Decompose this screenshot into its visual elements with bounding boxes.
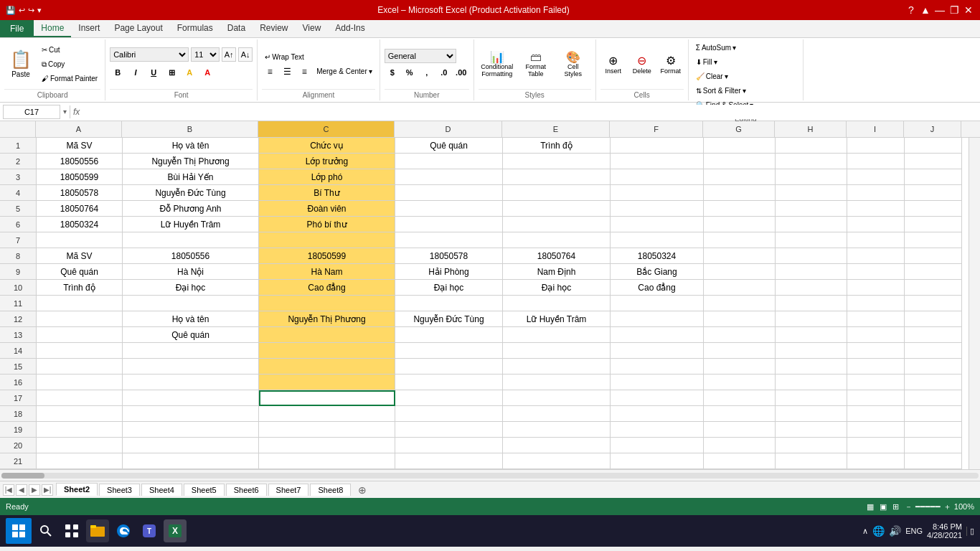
cell-h20[interactable] xyxy=(776,438,847,453)
cell-f5[interactable] xyxy=(611,201,704,217)
sheet-nav-prev[interactable]: ◀ xyxy=(16,484,27,496)
cell-d10[interactable]: Đại học xyxy=(395,280,503,296)
cell-h5[interactable] xyxy=(776,201,847,217)
sheet-tab-sheet5[interactable]: Sheet5 xyxy=(184,484,225,496)
sheet-nav-first[interactable]: |◀ xyxy=(3,484,14,496)
tab-insert[interactable]: Insert xyxy=(71,20,107,37)
bold-button[interactable]: B xyxy=(110,65,126,80)
cell-b18[interactable] xyxy=(123,406,259,422)
cell-e11[interactable] xyxy=(503,296,611,311)
cell-e17[interactable] xyxy=(503,390,611,406)
row-header-5[interactable]: 5 xyxy=(0,201,36,217)
cell-g7[interactable] xyxy=(704,232,776,248)
cell-a2[interactable]: 18050556 xyxy=(37,154,123,169)
cell-f17[interactable] xyxy=(611,390,704,406)
cell-e19[interactable] xyxy=(503,422,611,438)
minimize-icon[interactable]: — xyxy=(934,4,946,16)
col-header-b[interactable]: B xyxy=(122,121,258,137)
sort-filter-button[interactable]: ⇅ Sort & Filter ▾ xyxy=(693,84,798,97)
cell-i6[interactable] xyxy=(847,217,905,232)
cell-b9[interactable]: Hà Nội xyxy=(123,264,259,280)
font-size-select[interactable]: 11 xyxy=(191,47,220,62)
formula-input[interactable] xyxy=(83,105,977,119)
cell-d5[interactable] xyxy=(395,201,503,217)
cell-j2[interactable] xyxy=(905,154,962,169)
cell-c17[interactable] xyxy=(259,390,395,406)
cell-h18[interactable] xyxy=(776,406,847,422)
cell-i4[interactable] xyxy=(847,185,905,201)
currency-button[interactable]: $ xyxy=(385,65,400,80)
undo-icon[interactable]: ↩ xyxy=(19,6,25,15)
cell-h13[interactable] xyxy=(776,327,847,343)
row-header-21[interactable]: 21 xyxy=(0,453,36,469)
fill-button[interactable]: ⬇ Fill ▾ xyxy=(693,55,798,68)
cell-g13[interactable] xyxy=(704,327,776,343)
col-header-i[interactable]: I xyxy=(847,121,904,137)
cell-a10[interactable]: Trình độ xyxy=(37,280,123,296)
tab-formulas[interactable]: Formulas xyxy=(170,20,220,37)
increase-font-button[interactable]: A↑ xyxy=(222,47,236,62)
cell-b21[interactable] xyxy=(123,453,259,469)
network-icon[interactable]: 🌐 xyxy=(872,525,885,537)
cell-h4[interactable] xyxy=(776,185,847,201)
cell-c12[interactable]: Nguyễn Thị Phương xyxy=(259,311,395,327)
restore-icon[interactable]: ❐ xyxy=(948,4,960,16)
cell-c6[interactable]: Phó bí thư xyxy=(259,217,395,232)
tab-home[interactable]: Home xyxy=(34,20,71,37)
file-explorer-taskbar-button[interactable] xyxy=(86,519,109,542)
cell-g14[interactable] xyxy=(704,343,776,359)
cell-f16[interactable] xyxy=(611,375,704,390)
cell-b1[interactable]: Họ và tên xyxy=(123,138,259,154)
volume-icon[interactable]: 🔊 xyxy=(889,525,901,537)
cell-b10[interactable]: Đại học xyxy=(123,280,259,296)
cell-e9[interactable]: Nam Định xyxy=(503,264,611,280)
cell-i18[interactable] xyxy=(847,406,905,422)
col-header-c[interactable]: C xyxy=(258,121,395,137)
cell-g16[interactable] xyxy=(704,375,776,390)
cell-j7[interactable] xyxy=(905,232,962,248)
cell-j16[interactable] xyxy=(905,375,962,390)
row-header-15[interactable]: 15 xyxy=(0,359,36,375)
cell-j9[interactable] xyxy=(905,264,962,280)
task-view-button[interactable] xyxy=(60,519,83,542)
col-header-g[interactable]: G xyxy=(703,121,775,137)
decrease-decimal-button[interactable]: .0 xyxy=(436,65,452,80)
cell-h14[interactable] xyxy=(776,343,847,359)
cell-c10[interactable]: Cao đẳng xyxy=(259,280,395,296)
cell-c2[interactable]: Lớp trưởng xyxy=(259,154,395,169)
cell-a11[interactable] xyxy=(37,296,123,311)
cell-h15[interactable] xyxy=(776,359,847,375)
cell-b13[interactable]: Quê quán xyxy=(123,327,259,343)
cell-b4[interactable]: Nguyễn Đức Tùng xyxy=(123,185,259,201)
cell-f21[interactable] xyxy=(611,453,704,469)
tab-review[interactable]: Review xyxy=(253,20,295,37)
cell-g15[interactable] xyxy=(704,359,776,375)
cell-g6[interactable] xyxy=(704,217,776,232)
cell-i17[interactable] xyxy=(847,390,905,406)
merge-center-button[interactable]: Merge & Center ▾ xyxy=(314,65,375,78)
cell-e3[interactable] xyxy=(503,169,611,185)
cell-d3[interactable] xyxy=(395,169,503,185)
row-header-17[interactable]: 17 xyxy=(0,390,36,406)
cell-c16[interactable] xyxy=(259,375,395,390)
cell-h9[interactable] xyxy=(776,264,847,280)
decrease-font-button[interactable]: A↓ xyxy=(238,47,253,62)
cell-d8[interactable]: 18050578 xyxy=(395,248,503,264)
cell-f1[interactable] xyxy=(611,138,704,154)
sheet-tab-sheet3[interactable]: Sheet3 xyxy=(99,484,140,496)
cell-e5[interactable] xyxy=(503,201,611,217)
cell-c7[interactable] xyxy=(259,232,395,248)
row-header-4[interactable]: 4 xyxy=(0,185,36,201)
row-header-3[interactable]: 3 xyxy=(0,169,36,185)
cell-h10[interactable] xyxy=(776,280,847,296)
cell-a12[interactable] xyxy=(37,311,123,327)
cell-d7[interactable] xyxy=(395,232,503,248)
cell-f7[interactable] xyxy=(611,232,704,248)
edge-taskbar-button[interactable] xyxy=(112,519,135,542)
format-cells-button[interactable]: ⚙ Format xyxy=(658,45,684,84)
italic-button[interactable]: I xyxy=(128,65,143,80)
cell-f4[interactable] xyxy=(611,185,704,201)
cell-b3[interactable]: Bùi Hải Yến xyxy=(123,169,259,185)
cell-e6[interactable] xyxy=(503,217,611,232)
sheet-nav-next[interactable]: ▶ xyxy=(29,484,40,496)
